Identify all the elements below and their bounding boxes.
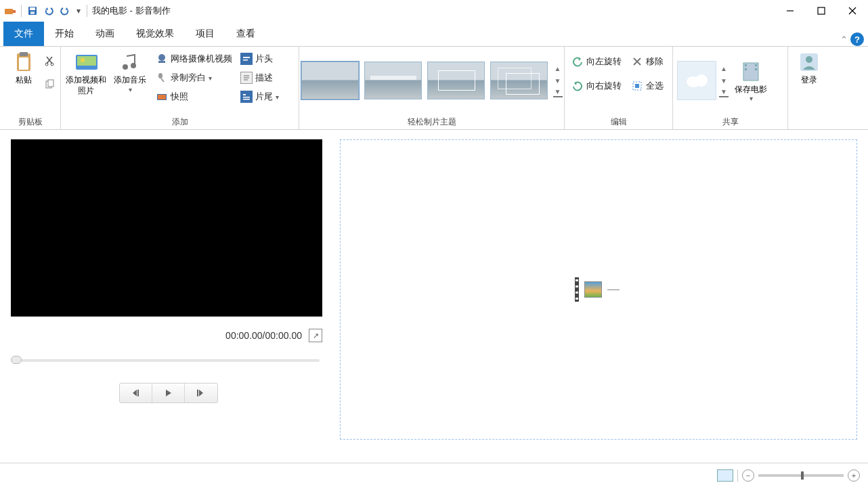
tab-view[interactable]: 查看 — [225, 22, 266, 46]
zoom-slider[interactable] — [758, 474, 844, 477]
fullscreen-icon[interactable]: ↗ — [309, 329, 322, 342]
minimize-button[interactable] — [775, 0, 806, 22]
group-add-title: 添加 — [61, 114, 299, 129]
theme-thumb-4[interactable] — [490, 62, 548, 99]
status-bar: − + — [0, 463, 868, 487]
share-cloud-button[interactable] — [677, 61, 716, 100]
credits-button[interactable]: 片尾 ▾ — [238, 87, 282, 106]
remove-icon — [631, 55, 643, 68]
rotate-right-button[interactable]: 向右旋转 — [569, 76, 624, 95]
theme-thumb-3[interactable] — [427, 62, 485, 99]
tab-visual-effects[interactable]: 视觉效果 — [125, 22, 185, 46]
zoom-out-button[interactable]: − — [742, 469, 754, 482]
timeline-drop-area[interactable] — [340, 139, 857, 440]
svg-point-20 — [131, 63, 136, 68]
share-scroll-up-icon[interactable]: ▲ — [719, 64, 729, 73]
rotate-right-icon — [571, 80, 584, 92]
themes-scroll-up-icon[interactable]: ▲ — [553, 64, 563, 73]
copy-icon[interactable] — [44, 79, 56, 91]
svg-rect-15 — [48, 80, 53, 87]
theme-thumb-2[interactable] — [364, 62, 422, 99]
group-edit-title: 编辑 — [565, 114, 672, 129]
chevron-down-icon: ▾ — [129, 86, 132, 93]
window-buttons — [775, 0, 868, 22]
add-music-label: 添加音乐 — [114, 75, 146, 86]
remove-button[interactable]: 移除 — [628, 52, 666, 71]
add-music-button[interactable]: 添加音乐 ▾ — [110, 49, 150, 93]
help-icon[interactable]: ? — [850, 32, 864, 46]
svg-rect-17 — [77, 56, 96, 66]
svg-rect-3 — [30, 7, 35, 10]
paste-button[interactable]: 粘贴 — [4, 49, 43, 86]
video-preview[interactable] — [11, 139, 322, 317]
snapshot-button[interactable]: 快照 — [153, 87, 235, 106]
svg-rect-10 — [20, 52, 28, 56]
next-frame-button[interactable] — [185, 384, 217, 402]
rotate-left-label: 向左旋转 — [586, 55, 622, 68]
group-themes: ▲ ▼ ▼ 轻松制片主题 — [299, 47, 565, 129]
zoom-in-button[interactable]: + — [848, 469, 860, 482]
clipboard-icon — [12, 51, 35, 74]
svg-rect-33 — [243, 97, 250, 98]
prev-frame-button[interactable] — [120, 384, 152, 402]
remove-label: 移除 — [646, 55, 664, 68]
svg-rect-44 — [755, 64, 757, 66]
add-video-photo-button[interactable]: 添加视频和照片 — [65, 49, 107, 96]
view-mode-icon[interactable] — [717, 469, 733, 482]
description-icon — [240, 72, 253, 84]
save-movie-button[interactable]: 保存电影 ▾ — [731, 59, 771, 103]
themes-scroll-down-icon[interactable]: ▼ — [553, 76, 563, 85]
share-scroll-down-icon[interactable]: ▼ — [719, 76, 729, 85]
chevron-down-icon: ▾ — [276, 93, 279, 101]
group-add: 添加视频和照片 添加音乐 ▾ 网络摄像机视频 录制旁白 ▾ — [61, 47, 299, 129]
record-narration-button[interactable]: 录制旁白 ▾ — [153, 68, 235, 87]
chevron-down-icon: ▾ — [209, 74, 212, 82]
sign-in-button[interactable]: 登录 — [793, 49, 825, 86]
tab-animations[interactable]: 动画 — [85, 22, 125, 46]
svg-rect-26 — [158, 95, 166, 99]
description-label: 描述 — [255, 72, 273, 84]
save-icon[interactable] — [25, 3, 40, 18]
redo-icon[interactable] — [58, 3, 72, 18]
title-slide-label: 片头 — [255, 53, 273, 65]
chevron-down-icon: ▾ — [750, 95, 753, 102]
svg-rect-22 — [158, 61, 165, 63]
svg-rect-0 — [5, 9, 13, 14]
group-edit: 向左旋转 向右旋转 移除 全选 编辑 — [565, 47, 673, 129]
collapse-ribbon-icon[interactable]: ⌃ — [840, 34, 848, 45]
group-signin-title — [788, 114, 830, 129]
svg-point-21 — [158, 54, 165, 61]
qat-dropdown-icon[interactable]: ▾ — [74, 3, 83, 18]
select-all-icon — [631, 80, 643, 92]
themes-expand-icon[interactable]: ▼ — [553, 88, 563, 97]
cloud-icon — [682, 71, 711, 90]
window-title: 我的电影 - 影音制作 — [92, 5, 171, 17]
undo-icon[interactable] — [41, 3, 56, 18]
description-button[interactable]: 描述 — [238, 68, 282, 87]
svg-rect-11 — [19, 57, 28, 70]
tab-file[interactable]: 文件 — [3, 22, 44, 46]
tab-strip: 文件 开始 动画 视觉效果 项目 查看 ⌃ ? — [0, 22, 868, 46]
svg-rect-49 — [197, 390, 198, 396]
select-all-button[interactable]: 全选 — [628, 76, 666, 95]
video-photo-icon — [74, 51, 97, 74]
play-button[interactable] — [152, 384, 185, 402]
tab-project[interactable]: 项目 — [185, 22, 225, 46]
title-bar: ▾ 我的电影 - 影音制作 — [0, 0, 868, 22]
share-expand-icon[interactable]: ▼ — [719, 88, 729, 97]
credits-icon — [240, 91, 253, 103]
app-icon[interactable] — [3, 3, 18, 18]
svg-rect-34 — [243, 99, 250, 100]
title-slide-button[interactable]: 片头 — [238, 49, 282, 68]
webcam-video-button[interactable]: 网络摄像机视频 — [153, 49, 235, 68]
cut-icon[interactable] — [44, 55, 56, 68]
mic-icon — [156, 72, 168, 84]
close-button[interactable] — [837, 0, 868, 22]
maximize-button[interactable] — [806, 0, 837, 22]
svg-rect-45 — [755, 68, 757, 70]
tab-home[interactable]: 开始 — [44, 22, 85, 46]
seek-slider[interactable] — [11, 357, 322, 364]
rotate-left-button[interactable]: 向左旋转 — [569, 52, 624, 71]
svg-rect-27 — [243, 57, 250, 58]
theme-thumb-1[interactable] — [301, 62, 359, 99]
